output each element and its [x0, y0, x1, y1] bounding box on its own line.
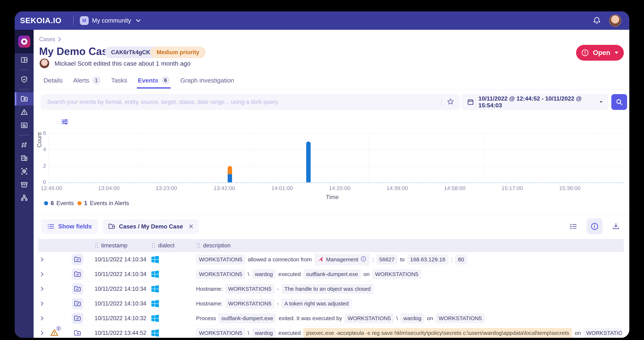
case-attached-icon[interactable]: [72, 311, 83, 326]
column-header-timestamp[interactable]: timestamp: [94, 239, 128, 252]
search-button[interactable]: [611, 94, 627, 110]
table-row[interactable]: 10/11/2022 14:10:34Hostname:WORKSTATION5…: [38, 282, 624, 296]
chart-bar[interactable]: [228, 133, 232, 182]
expand-row-icon[interactable]: [39, 326, 47, 338]
case-attached-icon[interactable]: [72, 282, 83, 296]
case-attached-icon[interactable]: [72, 296, 83, 311]
tab-label: Details: [44, 77, 62, 84]
expand-row-icon[interactable]: [39, 267, 47, 282]
table-row[interactable]: 10/11/2022 14:10:34WORKSTATION5\wardogex…: [38, 267, 624, 282]
expand-row-icon[interactable]: [39, 282, 47, 296]
bell-icon[interactable]: [592, 16, 601, 25]
user-avatar[interactable]: [609, 15, 621, 27]
chart-filter-icon[interactable]: [60, 118, 69, 127]
sidebar-item-document-lines[interactable]: [15, 119, 34, 132]
sidebar-item-shield-check[interactable]: [15, 73, 34, 86]
value-chip[interactable]: wardog: [400, 313, 424, 323]
favorite-star-icon[interactable]: [446, 98, 454, 106]
expand-row-icon[interactable]: [39, 311, 47, 326]
sidebar-item-alert-triangle[interactable]: [15, 105, 34, 119]
case-attached-icon[interactable]: [72, 267, 83, 282]
status-open-button[interactable]: Open: [576, 45, 624, 61]
column-label: dialect: [158, 242, 174, 249]
value-chip[interactable]: WORKSTATION5: [372, 269, 421, 279]
value-chip[interactable]: WORKSTATION5: [225, 284, 274, 294]
caret-down-icon[interactable]: [599, 101, 603, 103]
x-tick-label: 14:39:00: [386, 185, 408, 191]
description-cell: Hostname:WORKSTATION5-A token right was …: [196, 296, 622, 311]
drag-handle-icon[interactable]: [152, 242, 156, 249]
value-chip[interactable]: WORKSTATION5: [344, 313, 394, 323]
value-chip[interactable]: The handle to an object was closed: [282, 284, 374, 294]
sidebar-logo-block[interactable]: [15, 30, 34, 53]
chevron-down-icon[interactable]: [136, 19, 140, 22]
bar-segment-events: [228, 174, 232, 183]
column-header-description[interactable]: description: [196, 239, 230, 252]
table-actions: [566, 219, 624, 234]
download-icon[interactable]: [608, 219, 624, 234]
tab-graph-investigation[interactable]: Graph investigation: [180, 77, 234, 88]
search-input[interactable]: Search your events by format, entity, so…: [41, 94, 460, 110]
y-tick-label: 0: [35, 179, 46, 185]
value-chip[interactable]: outflank-dumpert.exe: [218, 313, 276, 323]
tab-events[interactable]: Events6: [138, 76, 170, 89]
tab-alerts[interactable]: Alerts1: [73, 76, 100, 89]
alert-triangle-icon: [20, 108, 28, 116]
table-row[interactable]: 10/11/2022 14:10:32Processoutflank-dumpe…: [38, 311, 624, 326]
value-chip[interactable]: 56627: [376, 255, 398, 264]
value-chip[interactable]: outflank-dumpert.exe: [303, 269, 361, 279]
add-to-case-icon[interactable]: [72, 326, 83, 338]
sidebar-item-building[interactable]: [15, 151, 34, 165]
breadcrumb-cases-link[interactable]: Cases: [39, 36, 55, 43]
select-columns-icon[interactable]: [566, 219, 581, 234]
value-chip[interactable]: WORKSTATION5: [196, 255, 245, 264]
value-chip[interactable]: WORKSTATION5: [196, 328, 245, 338]
column-header-dialect[interactable]: dialect: [152, 239, 174, 252]
show-fields-button[interactable]: Show fields: [41, 219, 98, 234]
table-row[interactable]: 10/11/2022 14:10:34WORKSTATION5allowed a…: [38, 252, 624, 267]
x-axis-label: Time: [326, 194, 339, 201]
highlighted-value-chip[interactable]: psexec.exe -accepteula -s reg save hklm\…: [303, 328, 572, 338]
sidebar-item-case-folder[interactable]: [15, 92, 34, 105]
community-avatar[interactable]: M: [80, 16, 89, 25]
sidebar-item-panels[interactable]: [15, 53, 34, 67]
sidebar-item-archive-box[interactable]: [15, 178, 34, 191]
events-chart[interactable]: [49, 133, 624, 182]
value-chip[interactable]: 80: [455, 255, 467, 264]
value-chip[interactable]: WORKSTATION5: [584, 328, 622, 338]
table-row[interactable]: 110/11/2022 13:44:52WORKSTATION5\wardoge…: [38, 326, 624, 338]
legend-item[interactable]: 1Events in Alerts: [78, 200, 129, 207]
info-icon[interactable]: [360, 256, 366, 263]
value-chip[interactable]: WORKSTATION5: [436, 313, 485, 323]
value-chip[interactable]: 168.63.129.16: [407, 255, 448, 264]
community-selector[interactable]: My community: [92, 17, 131, 24]
case-attached-icon[interactable]: [72, 252, 83, 267]
remove-filter-icon[interactable]: ✕: [188, 223, 194, 230]
sidebar-item-pipeline[interactable]: [15, 138, 34, 151]
value-chip[interactable]: WORKSTATION5: [196, 269, 245, 279]
value-chip[interactable]: wardog: [252, 328, 276, 338]
expand-row-icon[interactable]: [39, 296, 47, 311]
legend-item[interactable]: 6Events: [44, 200, 74, 207]
drag-handle-icon[interactable]: [196, 242, 200, 249]
value-chip[interactable]: wardog: [252, 269, 276, 279]
vertical-gridline: [139, 133, 139, 182]
entity-chip[interactable]: Management: [314, 254, 370, 265]
info-toggle-icon[interactable]: [587, 219, 602, 234]
sidebar-divider: [19, 89, 30, 89]
drag-handle-icon[interactable]: [94, 242, 98, 249]
breadcrumb: Cases: [39, 36, 62, 43]
value-chip[interactable]: WORKSTATION5: [225, 299, 274, 308]
value-chip[interactable]: A token right was adjusted: [282, 299, 352, 308]
sidebar-item-cube-scan[interactable]: [15, 165, 34, 178]
chart-bar[interactable]: [306, 133, 310, 182]
sidebar-item-hierarchy[interactable]: [15, 191, 34, 204]
tab-count-badge: 6: [161, 76, 170, 85]
tab-tasks[interactable]: Tasks: [111, 77, 127, 88]
date-range-picker[interactable]: 10/11/2022 @ 12:44:52 - 10/11/2022 @ 15:…: [462, 94, 608, 110]
row-alert-indicator[interactable]: 1: [50, 326, 62, 338]
tab-details[interactable]: Details: [44, 77, 62, 88]
app-window: SEKOIA.IO M My community Cases My Demo C…: [15, 12, 629, 338]
table-row[interactable]: 10/11/2022 14:10:34Hostname:WORKSTATION5…: [38, 296, 624, 311]
expand-row-icon[interactable]: [39, 252, 47, 267]
